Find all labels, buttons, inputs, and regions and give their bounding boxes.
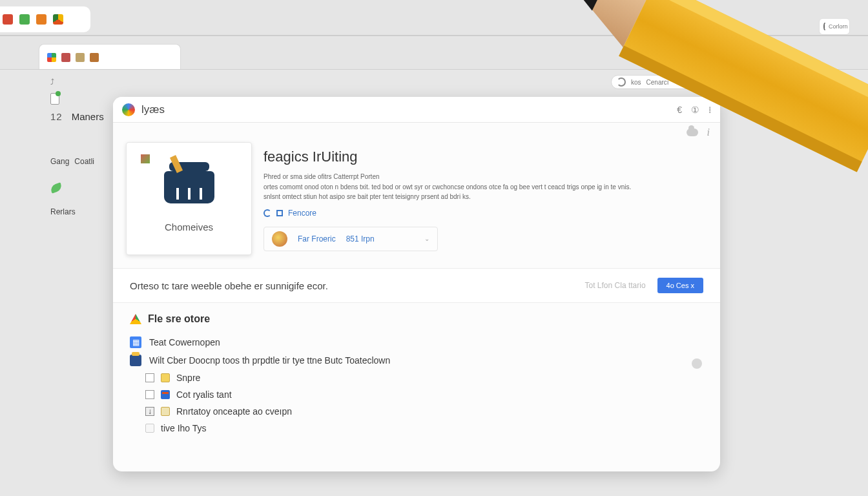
list-item[interactable]: ▦ Teat Cowernopen xyxy=(130,336,703,348)
list-item[interactable]: Wilt Cber Doocnp toos th prpdtle tir tye… xyxy=(130,355,703,366)
profile-name: Far Froeric xyxy=(298,234,336,243)
profile-meta: 851 Irpn xyxy=(346,234,375,243)
wallet-icon xyxy=(130,355,141,366)
corner-badge-label: Corlorn xyxy=(829,23,848,30)
list-item-label: tive Iho Tys xyxy=(161,423,207,433)
card-icon xyxy=(161,390,170,399)
favicon-amber xyxy=(90,53,99,62)
favicon-tan xyxy=(76,53,85,62)
corner-badge[interactable]: Corlorn xyxy=(819,18,850,35)
app-icon-orange xyxy=(36,14,46,25)
app-title: lyæs xyxy=(141,103,165,116)
app-header: lyæs € ① ⁞ xyxy=(113,97,720,123)
browser-tab-inner[interactable] xyxy=(39,44,181,70)
list-item-label: Cot ryalis tant xyxy=(176,389,232,400)
clipboard-icon xyxy=(161,407,170,416)
header-action-c[interactable]: ⁞ xyxy=(708,105,711,115)
app-window: lyæs € ① ⁞ i Chomeives feagics IrUiting … xyxy=(113,97,720,471)
history-icon xyxy=(617,78,626,87)
basket-pencil-icon xyxy=(169,155,182,173)
list-item-label: Rnrtatoy onceapte ao cveıpn xyxy=(176,406,292,417)
clipboard-icon xyxy=(161,373,170,382)
svg-marker-1 xyxy=(568,0,603,10)
list-item-label: Wilt Cber Doocnp toos th prpdtle tir tye… xyxy=(149,355,390,366)
info-icon[interactable]: i xyxy=(707,127,710,138)
feature-link[interactable]: Fencore xyxy=(264,209,707,218)
list-item[interactable]: Cot ryalis tant xyxy=(130,389,703,400)
favicon-red xyxy=(61,53,70,62)
refresh-icon xyxy=(823,23,826,30)
file-list: Fle sre otore ▦ Teat Cowernopen Wilt Cbe… xyxy=(113,303,720,433)
browser-tab-outer[interactable] xyxy=(0,6,90,32)
sidebar-label-maners[interactable]: Maners xyxy=(72,111,104,122)
refresh-small-icon xyxy=(264,209,271,217)
hero-section: Chomeives feagics IrUiting Phred or sma … xyxy=(113,142,720,268)
header-action-a[interactable]: € xyxy=(677,105,682,115)
prompt-secondary-text: Tot Lfon Cla ttario xyxy=(585,281,646,290)
basket-icon xyxy=(164,171,214,203)
square-small-icon xyxy=(276,210,283,216)
prompt-message: Orteso tc tare weeble obehe er sunnigife… xyxy=(130,280,328,291)
sidebar-counter: 12 xyxy=(50,111,63,122)
list-item-label: Snpre xyxy=(176,373,200,383)
app-subheader: i xyxy=(113,123,720,142)
app-logo xyxy=(122,103,135,116)
page-icon xyxy=(50,93,59,105)
drive-icon xyxy=(130,314,141,324)
sidebar: ⤴ 12 Maners Gang Coatli Rerlars xyxy=(50,78,112,216)
prompt-bar: Orteso tc tare weeble obehe er sunnigife… xyxy=(113,268,720,303)
feature-link-label: Fencore xyxy=(288,209,316,218)
download-icon: ↓ xyxy=(145,407,154,416)
leaf-icon xyxy=(49,182,63,193)
toolbar-random-glyph: ⤴ xyxy=(50,78,54,87)
page-pale-icon xyxy=(145,424,154,433)
favicon-chrome xyxy=(47,53,56,62)
list-item[interactable]: tive Iho Tys xyxy=(130,423,703,433)
app-icon-green xyxy=(19,14,30,25)
hero-title: feagics IrUiting xyxy=(264,149,707,165)
hero-desc-line-3: snlsnt omtect stiun hot asipo sre bait p… xyxy=(264,192,707,202)
app-icon-chrome xyxy=(53,14,63,25)
sidebar-label-reclars[interactable]: Rerlars xyxy=(50,207,76,216)
cloud-icon[interactable] xyxy=(687,129,698,136)
file-list-heading: Fle sre otore xyxy=(130,313,703,325)
hero-card-caption: Chomeives xyxy=(165,222,213,232)
prompt-cta-button[interactable]: 4o Ces x xyxy=(657,278,703,293)
page-outline-icon xyxy=(145,373,154,382)
list-item[interactable]: Snpre xyxy=(130,373,703,383)
file-list-heading-label: Fle sre otore xyxy=(148,313,210,325)
history-label-a: kos xyxy=(631,79,641,86)
avatar xyxy=(272,231,287,247)
page-column-icon xyxy=(145,390,154,399)
hero-card[interactable]: Chomeives xyxy=(126,142,252,255)
header-action-b[interactable]: ① xyxy=(691,105,699,115)
chevron-down-icon: ⌄ xyxy=(424,235,429,242)
history-pill[interactable]: kos Cenarcı xyxy=(611,75,699,89)
list-item[interactable]: ↓ Rnrtatoy onceapte ao cveıpn xyxy=(130,406,703,417)
list-item-label: Teat Cowernopen xyxy=(149,337,220,347)
sidebar-label-coat[interactable]: Coatli xyxy=(74,157,94,166)
profile-chip[interactable]: Far Froeric 851 Irpn ⌄ xyxy=(264,227,438,251)
divider xyxy=(0,35,868,36)
app-icon-red xyxy=(3,14,13,25)
svg-marker-0 xyxy=(559,0,652,47)
hero-desc-line-1: Phred or sma side ofitrs Catterrpt Porte… xyxy=(264,172,707,182)
doc-icon: ▦ xyxy=(130,336,141,348)
brush-icon[interactable] xyxy=(692,358,702,369)
hero-desc-line-2: ortes comomt onod oton n bdens txit. ted… xyxy=(264,182,707,192)
history-label-b: Cenarcı xyxy=(646,79,669,86)
sidebar-label-gang[interactable]: Gang xyxy=(50,157,69,166)
cube-icon xyxy=(141,154,150,163)
